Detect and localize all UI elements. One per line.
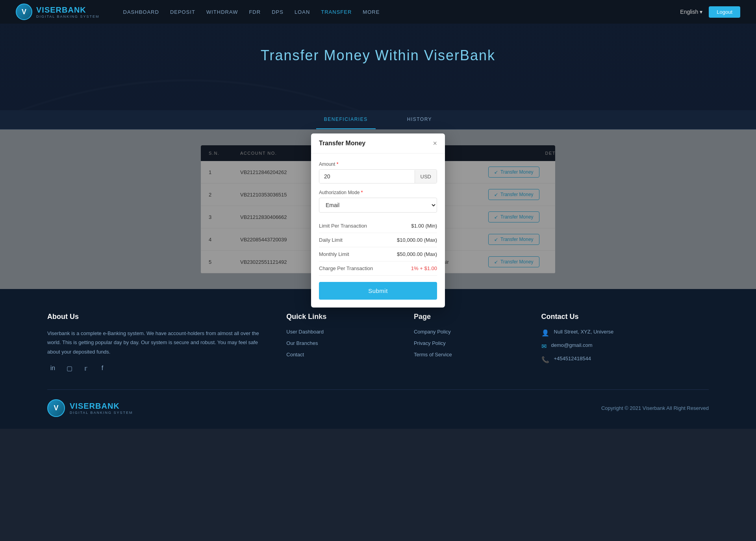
nav-dps[interactable]: DPS xyxy=(272,7,284,17)
tab-bar: BENEFICIARIES HISTORY xyxy=(0,110,756,130)
nav-more[interactable]: MORE xyxy=(363,7,380,17)
charge-per-transaction-row: Charge Per Transaction 1% + $1.00 xyxy=(319,261,437,276)
modal-header: Transfer Money × xyxy=(311,133,445,154)
copyright-text: Copyright © 2021 Viserbank All Right Res… xyxy=(601,405,709,411)
limit-value: $1.00 (Min) xyxy=(411,223,437,229)
footer-bottom: V VISERBANK DIGITAL BANKING SYSTEM Copyr… xyxy=(47,389,709,417)
auth-mode-group: Authorization Mode * Email Google Authen… xyxy=(319,190,437,213)
language-selector[interactable]: English ▾ xyxy=(680,9,702,15)
logo-icon: V xyxy=(16,4,32,20)
logo: V VISERBANK DIGITAL BANKING SYSTEM xyxy=(16,4,100,20)
brand-name: VISERBANK xyxy=(36,6,100,15)
submit-button[interactable]: Submit xyxy=(319,282,437,300)
link-contact[interactable]: Contact xyxy=(286,352,398,358)
currency-suffix: USD xyxy=(415,170,437,183)
modal-close-button[interactable]: × xyxy=(433,140,437,147)
modal-body: Amount * USD Authorization Mode * xyxy=(311,154,445,308)
nav-dashboard[interactable]: DASHBOARD xyxy=(123,7,159,17)
contact-email: demo@gmail.com xyxy=(551,342,593,348)
nav-links: DASHBOARD DEPOSIT WITHDRAW FDR DPS LOAN … xyxy=(123,7,680,17)
footer-contact: Contact Us 👤 Null Street, XYZ, Universe … xyxy=(541,313,709,374)
link-user-dashboard[interactable]: User Dashboard xyxy=(286,329,398,335)
link-terms-of-service[interactable]: Terms of Service xyxy=(414,352,526,358)
twitter-icon[interactable]: 𝕣 xyxy=(80,363,91,374)
page-heading: Page xyxy=(414,313,526,321)
about-heading: About Us xyxy=(47,313,271,321)
content-area: S.N. ACCOUNT NO. DETAILS 1 VB21212846204… xyxy=(0,130,756,289)
tab-beneficiaries[interactable]: BENEFICIARIES xyxy=(316,110,376,129)
limit-label: Limit Per Transaction xyxy=(319,223,367,229)
social-icons-group: in ▢ 𝕣 f xyxy=(47,363,271,374)
about-text: Viserbank is a complete e-Banking system… xyxy=(47,329,271,356)
nav-loan[interactable]: LOAN xyxy=(295,7,310,17)
transfer-money-modal: Transfer Money × Amount * USD xyxy=(311,133,445,308)
logo-text: VISERBANK DIGITAL BANKING SYSTEM xyxy=(36,6,100,19)
monthly-value: $50,000.00 (Max) xyxy=(397,251,437,257)
footer-brand-name: VISERBANK xyxy=(70,402,133,411)
contact-email-item: ✉ demo@gmail.com xyxy=(541,342,709,350)
amount-input[interactable] xyxy=(319,170,415,183)
chevron-down-icon: ▾ xyxy=(700,9,702,15)
contact-heading: Contact Us xyxy=(541,313,709,321)
nav-withdraw[interactable]: WITHDRAW xyxy=(206,7,238,17)
footer-quick-links: Quick Links User Dashboard Our Branches … xyxy=(286,313,398,374)
navbar: V VISERBANK DIGITAL BANKING SYSTEM DASHB… xyxy=(0,0,756,24)
amount-input-wrapper: USD xyxy=(319,169,437,183)
email-icon: ✉ xyxy=(541,343,547,350)
contact-phone: +454512418544 xyxy=(554,356,591,361)
monthly-label: Monthly Limit xyxy=(319,251,349,257)
logout-button[interactable]: Logout xyxy=(709,6,740,18)
contact-address-item: 👤 Null Street, XYZ, Universe xyxy=(541,329,709,337)
linkedin-icon[interactable]: in xyxy=(47,363,58,374)
link-company-policy[interactable]: Company Policy xyxy=(414,329,526,335)
link-our-branches[interactable]: Our Branches xyxy=(286,340,398,346)
amount-label: Amount * xyxy=(319,161,437,167)
nav-deposit[interactable]: DEPOSIT xyxy=(170,7,195,17)
modal-title: Transfer Money xyxy=(319,140,365,147)
footer-page: Page Company Policy Privacy Policy Terms… xyxy=(414,313,526,374)
footer-brand-sub: DIGITAL BANKING SYSTEM xyxy=(70,411,133,415)
monthly-limit-row: Monthly Limit $50,000.00 (Max) xyxy=(319,247,437,261)
link-privacy-policy[interactable]: Privacy Policy xyxy=(414,340,526,346)
footer-logo-icon: V xyxy=(47,399,65,417)
nav-fdr[interactable]: FDR xyxy=(249,7,261,17)
language-label: English xyxy=(680,9,698,15)
auth-label: Authorization Mode * xyxy=(319,190,437,195)
footer-logo: V VISERBANK DIGITAL BANKING SYSTEM xyxy=(47,399,133,417)
location-icon: 👤 xyxy=(541,329,549,337)
footer: About Us Viserbank is a complete e-Banki… xyxy=(0,289,756,429)
page-wrapper: V VISERBANK DIGITAL BANKING SYSTEM DASHB… xyxy=(0,0,756,429)
hero-background xyxy=(0,24,756,110)
footer-brand-text: VISERBANK DIGITAL BANKING SYSTEM xyxy=(70,402,133,415)
contact-address: Null Street, XYZ, Universe xyxy=(554,329,614,335)
charge-label: Charge Per Transaction xyxy=(319,265,373,271)
footer-grid: About Us Viserbank is a complete e-Banki… xyxy=(47,313,709,374)
quick-links-heading: Quick Links xyxy=(286,313,398,321)
charge-value: 1% + $1.00 xyxy=(411,265,437,271)
facebook-icon[interactable]: f xyxy=(97,363,108,374)
daily-limit-row: Daily Limit $10,000.00 (Max) xyxy=(319,233,437,247)
brand-sub: DIGITAL BANKING SYSTEM xyxy=(36,15,100,19)
nav-transfer[interactable]: TRANSFER xyxy=(321,7,352,17)
instagram-icon[interactable]: ▢ xyxy=(64,363,75,374)
daily-value: $10,000.00 (Max) xyxy=(397,237,437,243)
contact-phone-item: 📞 +454512418544 xyxy=(541,356,709,363)
modal-overlay: Transfer Money × Amount * USD xyxy=(0,130,756,289)
hero-title: Transfer Money Within ViserBank xyxy=(261,47,495,64)
amount-group: Amount * USD xyxy=(319,161,437,183)
daily-label: Daily Limit xyxy=(319,237,343,243)
tab-history[interactable]: HISTORY xyxy=(399,110,440,129)
auth-mode-select[interactable]: Email Google Authenticator SMS xyxy=(319,198,437,213)
hero-section: Transfer Money Within ViserBank xyxy=(0,24,756,110)
nav-right: English ▾ Logout xyxy=(680,6,740,18)
footer-about: About Us Viserbank is a complete e-Banki… xyxy=(47,313,271,374)
phone-icon: 📞 xyxy=(541,356,549,363)
limit-per-transaction-row: Limit Per Transaction $1.00 (Min) xyxy=(319,219,437,233)
